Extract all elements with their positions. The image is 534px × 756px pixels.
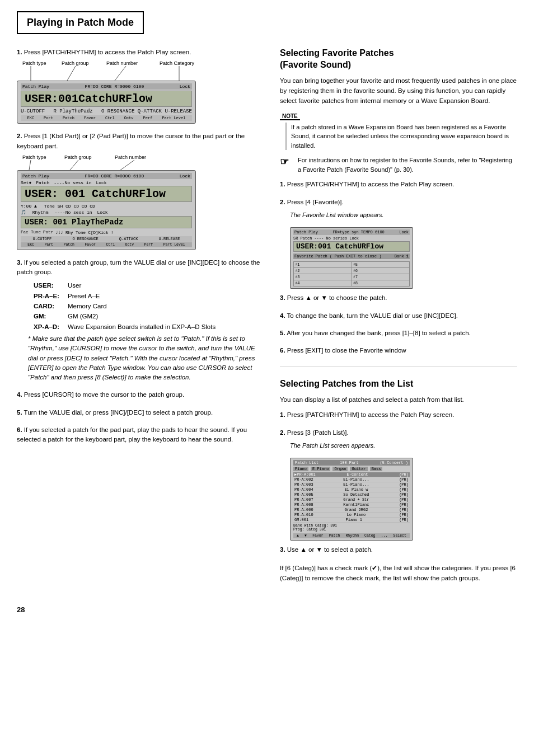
- screen1-labels: Patch type Patch group Patch number Patc…: [17, 60, 263, 81]
- section-patch-list: Selecting Patches from the List You can …: [280, 378, 517, 583]
- screen2-bottom-row: U-CUTOFF O RESONANCE Q-ATTACK U-RELEASE: [21, 236, 192, 242]
- list-btn-rhythm[interactable]: Rhythm: [345, 534, 358, 538]
- screen2-fac-tune-row: Fac Tune Potr ♩♩♩ Rhy Tone C[D]Kick !: [21, 230, 192, 235]
- list-screen-note: Bank With Categ: 391Prog: Categ 391: [293, 524, 410, 532]
- screen2-top-row: Patch Play FR=DO CORE R=0000 6100 Lock: [21, 173, 192, 179]
- list-row-1[interactable]: ▶PR-A:001 E-Content (PR): [293, 472, 410, 477]
- list-row-10[interactable]: GM:001 Piano 1 (PR): [293, 518, 410, 523]
- cat-bass: Bass: [370, 467, 383, 471]
- screen2-tone-row: Y:00 ▲ Tone SH CD CD CD CD: [21, 204, 192, 209]
- right-column: Selecting Favorite Patches(Favorite Soun…: [280, 48, 517, 589]
- fav-screen: Patch Play FR=type syn TEMPO 6100 Lock S…: [290, 227, 413, 289]
- label-lines-svg: [17, 60, 202, 81]
- screen2-diagram: Patch type Patch group Patch number Patc…: [17, 154, 263, 250]
- screen2-rhythm-name: USER: 001 PlayThePadz: [21, 216, 192, 228]
- list-row-9[interactable]: PR-A:010 Lo Piano (PR): [293, 513, 410, 518]
- step-2: 2. Press [1 (Kbd Part)] or [2 (Pad Part)…: [17, 132, 263, 250]
- list-row-6[interactable]: PR-A:007 Grand + Str (PR): [293, 497, 410, 503]
- section-favorite-title: Selecting Favorite Patches(Favorite Soun…: [280, 48, 517, 71]
- fav-screen-container: Patch Play FR=type syn TEMPO 6100 Lock S…: [290, 227, 517, 289]
- group-gm: GM: GM (GM2): [34, 311, 263, 321]
- list-step-2-note: The Patch List screen appears.: [290, 441, 517, 450]
- list-btn-down[interactable]: ▼: [305, 534, 307, 538]
- group-preset: PR-A–E: Preset A–E: [34, 291, 263, 301]
- screen1-subrow: U-CUTOFF R PlayThePadz O RESONANCE Q-ATT…: [21, 109, 192, 114]
- fav-step-2-note: The Favorite List window appears.: [290, 210, 517, 220]
- list-btn-select[interactable]: Select: [394, 534, 406, 538]
- group-user: USER: User: [34, 280, 263, 290]
- step-5: 5. Turn the VALUE dial, or press [INC]/[…: [17, 408, 263, 417]
- list-btn-categ[interactable]: Categ: [364, 534, 376, 538]
- screen2-patch-row: Set♦ Patch ----No sess in Lock: [21, 180, 192, 185]
- patch-note-italic: * Make sure that the patch type select s…: [28, 334, 263, 382]
- fav-title-row: Favorite Patch ( Push EXIT to close ) Ba…: [293, 253, 410, 259]
- list-note-text: If [6 (Categ)] has a check mark (✔), the…: [280, 563, 517, 584]
- fav-row-1: ♯1♯5: [294, 262, 410, 268]
- svg-line-5: [70, 160, 78, 170]
- list-row-7[interactable]: PR-A:008 KarntlPianc (PR): [293, 503, 410, 508]
- fav-step-5: 5. After you have changed the bank, pres…: [280, 328, 517, 338]
- left-column: 1. Press [PATCH/RHYTHM] to access the Pa…: [17, 48, 263, 589]
- list-row-2[interactable]: PR-A:002 El-Piano... (PR): [293, 477, 410, 482]
- list-btn-up[interactable]: ▲: [297, 534, 299, 538]
- screen2-display: Patch Play FR=DO CORE R=0000 6100 Lock S…: [17, 170, 196, 250]
- patch-groups-list: USER: User PR-A–E: Preset A–E CARD: Memo…: [34, 280, 263, 332]
- ref-icon: ☞: [280, 156, 293, 168]
- screen1-bottom-row: EKC Port Patch Favor Ctrl Octv Perf Part…: [21, 115, 192, 121]
- list-row-5[interactable]: PR-A:005 So Detached (PR): [293, 492, 410, 497]
- list-screen: Patch List 100-Part (5-Concert ) Piano E…: [290, 458, 413, 541]
- group-card: CARD: Memory Card: [34, 301, 263, 311]
- screen2-labels: Patch type Patch group Patch number: [17, 154, 263, 170]
- list-row-8[interactable]: PR-A:009 Grand DRG2 (PR): [293, 508, 410, 513]
- page-container: Playing in Patch Mode 1. Press [PATCH/RH…: [17, 11, 517, 614]
- cat-guitar: Guitar: [350, 467, 367, 471]
- note-box-favorite: NOTE If a patch stored in a Wave Expansi…: [280, 112, 517, 151]
- step-2-text: 2. Press [1 (Kbd Part)] or [2 (Pad Part)…: [17, 132, 263, 151]
- page-number: 28: [17, 605, 517, 614]
- section-divider: [280, 367, 517, 367]
- list-row-4[interactable]: PR-A:004 El Piano w (PR): [293, 487, 410, 492]
- screen2-big-name: USER: 001 CatchURFlow: [21, 186, 192, 202]
- screen1-display: Patch Play FR=DO CORE R=0000 6100 Lock U…: [17, 81, 196, 124]
- cat-piano: Piano: [293, 467, 308, 471]
- step-1-text: 1. Press [PATCH/RHYTHM] to access the Pa…: [17, 48, 263, 57]
- list-screen-footer: ▲ ▼ Favor Patch Rhythm Categ ... Select: [293, 533, 410, 538]
- fav-step-2: 2. Press [4 (Favorite)]. The Favorite Li…: [280, 198, 517, 220]
- list-btn-patch[interactable]: Patch: [329, 534, 340, 538]
- step-3: 3. If you selected a patch group, turn t…: [17, 258, 263, 383]
- note-content-favorite: If a patch stored in a Wave Expansion Bo…: [285, 123, 517, 151]
- screen1-diagram: Patch type Patch group Patch number Patc…: [17, 60, 263, 124]
- ref-text-favorite: For instructions on how to register to t…: [298, 156, 517, 174]
- group-xp: XP-A–D: Wave Expansion Boards installed …: [34, 322, 263, 332]
- section-list-body: You can display a list of patches and se…: [280, 395, 517, 405]
- list-row-3[interactable]: PR-A:003 El-Piano... (PR): [293, 482, 410, 487]
- cat-epiano: E.Piano: [311, 467, 330, 471]
- fav-row-3: ♯3♯7: [294, 274, 410, 280]
- screen1-top-row: Patch Play FR=DO CORE R=0000 6100 Lock: [21, 83, 192, 90]
- fav-screen-sub: SR Patch ---- No series Lock: [293, 236, 410, 241]
- list-step-2: 2. Press [3 (Patch List)]. The Patch Lis…: [280, 428, 517, 450]
- list-step-1: 1. Press [PATCH/RHYTHM] to access the Pa…: [280, 410, 517, 420]
- list-btn-favor[interactable]: Favor: [312, 534, 324, 538]
- fav-screen-top: Patch Play FR=type syn TEMPO 6100 Lock: [293, 229, 410, 235]
- screen2-rhythm-row: 🎵 Rhythm ----No sess in Lock: [21, 210, 192, 215]
- fav-step-3: 3. Press or to choose the patch.: [280, 293, 517, 303]
- label2-lines-svg: [17, 154, 202, 170]
- svg-line-1: [67, 66, 76, 81]
- list-btn-misc[interactable]: ...: [381, 534, 388, 538]
- note-label: NOTE: [280, 113, 300, 120]
- cat-organ: Organ: [332, 467, 348, 471]
- fav-screen-name: USER:001 CatchURFlow: [293, 241, 410, 252]
- step-6: 6. If you selected a patch for the pad p…: [17, 425, 263, 445]
- list-screen-container: Patch List 100-Part (5-Concert ) Piano E…: [290, 458, 517, 541]
- fav-step-6: 6. Press [EXIT] to close the Favorite wi…: [280, 346, 517, 355]
- fav-row-4: ♯4♯8: [294, 280, 410, 287]
- screen2-btn-row: EKC Part Patch Favor Ctrl Octv Perf Part…: [21, 242, 192, 247]
- fav-step-4: 4. To change the bank, turn the VALUE di…: [280, 311, 517, 321]
- ref-box-favorite: ☞ For instructions on how to register to…: [280, 156, 517, 174]
- section-favorite-body: You can bring together your favorite and…: [280, 76, 517, 106]
- list-categories: Piano E.Piano Organ Guitar Bass: [293, 467, 410, 471]
- list-screen-header: Patch List 100-Part (5-Concert ): [293, 460, 410, 466]
- list-step-3: 3. Use or to select a patch.: [280, 545, 517, 555]
- step-4: 4. Press [CURSOR] to move the cursor to …: [17, 390, 263, 400]
